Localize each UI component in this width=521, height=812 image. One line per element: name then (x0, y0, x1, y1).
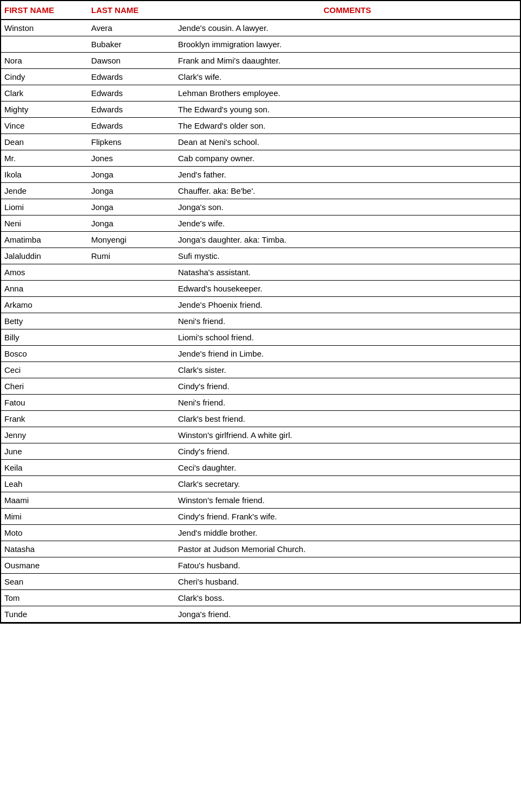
table-row: BettyNeni's friend. (1, 313, 520, 329)
cell-last-name (88, 525, 175, 541)
table-row: IkolaJongaJend's father. (1, 167, 520, 183)
cell-first-name: Betty (1, 313, 88, 329)
table-row: BoscoJende's friend in Limbe. (1, 346, 520, 362)
table-row: FatouNeni's friend. (1, 395, 520, 411)
col-header-first-name: FIRST NAME (1, 1, 88, 20)
table-row: BillyLiomi's school friend. (1, 329, 520, 346)
cell-last-name (88, 297, 175, 313)
cell-comment: Clark's sister. (175, 362, 520, 378)
cell-comment: Clark's secretary. (175, 476, 520, 492)
table-row: CheriCindy's friend. (1, 378, 520, 395)
cell-comment: Lehman Brothers employee. (175, 85, 520, 101)
cell-last-name: Jonga (88, 199, 175, 215)
cell-first-name: Leah (1, 476, 88, 492)
cell-first-name: Mighty (1, 101, 88, 118)
character-table-container: FIRST NAME LAST NAME COMMENTS WinstonAve… (0, 0, 521, 624)
cell-last-name (88, 346, 175, 362)
cell-comment: Clark's wife. (175, 69, 520, 85)
cell-last-name: Monyengi (88, 232, 175, 248)
cell-comment: Neni's friend. (175, 313, 520, 329)
cell-last-name (88, 557, 175, 574)
cell-comment: Dean at Neni's school. (175, 134, 520, 150)
cell-last-name (88, 541, 175, 557)
cell-comment: The Edward's young son. (175, 101, 520, 118)
cell-first-name: Mimi (1, 509, 88, 525)
cell-first-name: Ceci (1, 362, 88, 378)
cell-last-name (88, 362, 175, 378)
cell-comment: Jend's father. (175, 167, 520, 183)
cell-comment: Winston's female friend. (175, 492, 520, 509)
cell-first-name (1, 36, 88, 53)
col-header-comments: COMMENTS (175, 1, 520, 20)
cell-last-name: Edwards (88, 69, 175, 85)
cell-comment: Chauffer. aka: Be'be'. (175, 183, 520, 199)
cell-first-name: Maami (1, 492, 88, 509)
cell-comment: Neni's friend. (175, 395, 520, 411)
table-row: ClarkEdwardsLehman Brothers employee. (1, 85, 520, 101)
table-row: TomClark's boss. (1, 590, 520, 606)
cell-last-name (88, 281, 175, 297)
table-row: MimiCindy's friend. Frank's wife. (1, 509, 520, 525)
cell-first-name: Ousmane (1, 557, 88, 574)
table-row: JendeJongaChauffer. aka: Be'be'. (1, 183, 520, 199)
table-row: CindyEdwardsClark's wife. (1, 69, 520, 85)
cell-comment: Liomi's school friend. (175, 329, 520, 346)
cell-last-name: Rumi (88, 248, 175, 264)
cell-first-name: Arkamo (1, 297, 88, 313)
table-row: LeahClark's secretary. (1, 476, 520, 492)
cell-last-name: Jonga (88, 183, 175, 199)
cell-last-name: Dawson (88, 53, 175, 69)
cell-last-name: Avera (88, 20, 175, 36)
cell-first-name: Tom (1, 590, 88, 606)
cell-last-name: Edwards (88, 101, 175, 118)
table-row: MightyEdwardsThe Edward's young son. (1, 101, 520, 118)
table-row: MaamiWinston's female friend. (1, 492, 520, 509)
table-row: KeilaCeci's daughter. (1, 460, 520, 476)
cell-last-name (88, 574, 175, 590)
cell-first-name: Nora (1, 53, 88, 69)
table-row: DeanFlipkensDean at Neni's school. (1, 134, 520, 150)
table-row: AnnaEdward's housekeeper. (1, 281, 520, 297)
cell-comment: Jonga's friend. (175, 606, 520, 623)
cell-comment: Jende's cousin. A lawyer. (175, 20, 520, 36)
cell-last-name: Jonga (88, 215, 175, 232)
cell-first-name: Ikola (1, 167, 88, 183)
table-row: AmatimbaMonyengiJonga's daughter. aka: T… (1, 232, 520, 248)
cell-last-name (88, 509, 175, 525)
cell-first-name: Keila (1, 460, 88, 476)
cell-comment: Cindy's friend. (175, 443, 520, 460)
cell-comment: Jende's wife. (175, 215, 520, 232)
cell-comment: Pastor at Judson Memorial Church. (175, 541, 520, 557)
cell-comment: Ceci's daughter. (175, 460, 520, 476)
cell-comment: Jende's Phoenix friend. (175, 297, 520, 313)
table-row: OusmaneFatou's husband. (1, 557, 520, 574)
table-row: WinstonAveraJende's cousin. A lawyer. (1, 20, 520, 36)
cell-first-name: Cheri (1, 378, 88, 395)
cell-comment: Winston's girlfriend. A white girl. (175, 427, 520, 443)
cell-first-name: Moto (1, 525, 88, 541)
cell-comment: Cindy's friend. Frank's wife. (175, 509, 520, 525)
cell-first-name: Jende (1, 183, 88, 199)
cell-last-name (88, 329, 175, 346)
cell-last-name (88, 606, 175, 623)
cell-first-name: Amos (1, 264, 88, 281)
cell-first-name: June (1, 443, 88, 460)
table-row: Mr.JonesCab company owner. (1, 150, 520, 167)
cell-first-name: Natasha (1, 541, 88, 557)
cell-comment: Edward's housekeeper. (175, 281, 520, 297)
cell-first-name: Dean (1, 134, 88, 150)
cell-first-name: Vince (1, 118, 88, 134)
cell-last-name (88, 313, 175, 329)
cell-last-name: Flipkens (88, 134, 175, 150)
cell-comment: Cab company owner. (175, 150, 520, 167)
cell-first-name: Jenny (1, 427, 88, 443)
cell-last-name (88, 443, 175, 460)
col-header-last-name: LAST NAME (88, 1, 175, 20)
cell-first-name: Liomi (1, 199, 88, 215)
cell-first-name: Amatimba (1, 232, 88, 248)
cell-comment: Sufi mystic. (175, 248, 520, 264)
table-row: ArkamoJende's Phoenix friend. (1, 297, 520, 313)
cell-comment: Jonga's son. (175, 199, 520, 215)
cell-comment: Cheri's husband. (175, 574, 520, 590)
table-header-row: FIRST NAME LAST NAME COMMENTS (1, 1, 520, 20)
